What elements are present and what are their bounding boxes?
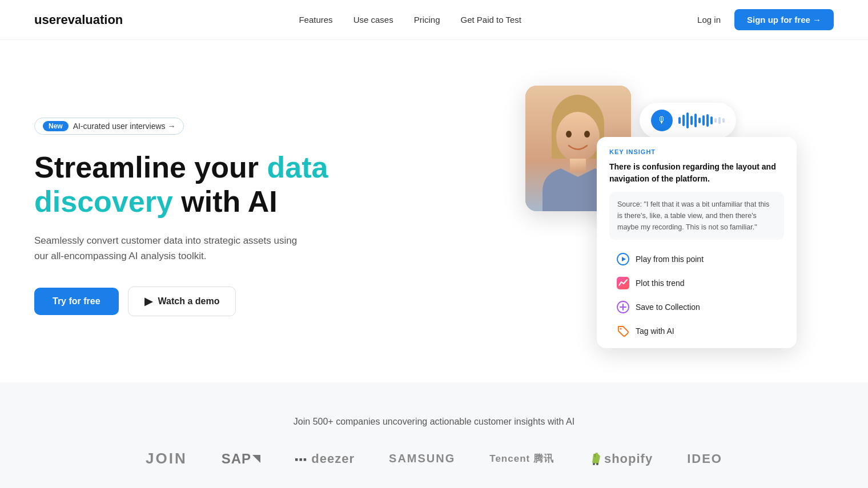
hero-badge[interactable]: New AI-curated user interviews →	[34, 118, 184, 135]
logo-shopify: shopify	[588, 451, 653, 466]
watch-demo-button[interactable]: ▶ Watch a demo	[128, 287, 236, 316]
svg-point-5	[584, 131, 590, 138]
tag-icon	[616, 325, 630, 337]
badge-new-label: New	[43, 121, 69, 131]
logo-ideo: IDEO	[687, 451, 722, 466]
nav-link-usecases[interactable]: Use cases	[353, 15, 393, 25]
action-save[interactable]: Save to Collection	[609, 296, 784, 318]
logo-sap: SAP	[222, 451, 260, 467]
hero-title-with-ai: with AI	[173, 185, 278, 218]
action-trend-label: Plot this trend	[636, 279, 685, 288]
svg-point-4	[566, 131, 572, 138]
logos-section: Join 500+ companies uncovering actionabl…	[0, 382, 868, 488]
trend-icon	[616, 277, 630, 289]
hero-left: New AI-curated user interviews → Streaml…	[34, 118, 328, 316]
logo-join: JOIN	[146, 450, 187, 467]
hero-title-highlight: data	[267, 151, 328, 184]
hero-illustration: 🎙 KEY INSIGHT There is confusion regardi…	[514, 86, 834, 348]
svg-rect-6	[570, 159, 586, 172]
mic-icon: 🎙	[651, 110, 673, 131]
action-play[interactable]: Play from this point	[609, 248, 784, 271]
hero-buttons: Try for free ▶ Watch a demo	[34, 287, 328, 316]
nav-actions: Log in Sign up for free →	[697, 9, 834, 30]
svg-point-14	[593, 463, 595, 465]
nav-links: Features Use cases Pricing Get Paid to T…	[299, 15, 521, 25]
audio-wave	[678, 112, 725, 128]
save-icon	[616, 301, 630, 313]
hero-title-discovery: discovery	[34, 185, 173, 218]
play-circle-icon: ▶	[144, 295, 152, 308]
svg-point-15	[596, 463, 598, 465]
hero-title-line1: Streamline your data	[34, 151, 328, 184]
nav-logo[interactable]: userevaluation	[34, 13, 123, 27]
logo-samsung: SAMSUNG	[389, 452, 455, 465]
svg-point-13	[620, 328, 622, 330]
nav-link-getpaid[interactable]: Get Paid to Test	[461, 15, 521, 25]
insight-card: KEY INSIGHT There is confusion regarding…	[597, 137, 797, 348]
source-text: Source: "I felt that it was a bit unfami…	[617, 199, 776, 233]
play-icon	[616, 253, 630, 265]
nav-login-button[interactable]: Log in	[697, 15, 721, 25]
logos-headline: Join 500+ companies uncovering actionabl…	[34, 417, 834, 427]
badge-text: AI-curated user interviews →	[73, 122, 176, 131]
hero-section: New AI-curated user interviews → Streaml…	[0, 40, 868, 382]
nav-link-pricing[interactable]: Pricing	[414, 15, 440, 25]
hero-title: Streamline your data discovery with AI	[34, 151, 328, 219]
insight-text: There is confusion regarding the layout …	[609, 161, 784, 185]
action-tag[interactable]: Tag with AI	[609, 320, 784, 342]
key-insight-label: KEY INSIGHT	[609, 148, 784, 155]
logo-tencent: Tencent 腾讯	[489, 452, 554, 465]
action-list: Play from this point Plot this trend	[609, 248, 784, 342]
action-play-label: Play from this point	[636, 255, 704, 264]
hero-subtitle: Seamlessly convert customer data into st…	[34, 233, 308, 264]
action-trend[interactable]: Plot this trend	[609, 272, 784, 295]
try-for-free-button[interactable]: Try for free	[34, 288, 119, 315]
action-tag-label: Tag with AI	[636, 326, 674, 336]
logos-row: JOIN SAP ▪▪▪ deezer SAMSUNG Tencent 腾讯 s…	[34, 450, 834, 467]
svg-marker-8	[622, 257, 626, 261]
navbar: userevaluation Features Use cases Pricin…	[0, 0, 868, 40]
nav-signup-button[interactable]: Sign up for free →	[734, 9, 834, 30]
watch-demo-label: Watch a demo	[158, 296, 220, 306]
source-block: Source: "I felt that it was a bit unfami…	[609, 192, 784, 240]
nav-link-features[interactable]: Features	[299, 15, 332, 25]
svg-point-3	[556, 112, 600, 162]
logo-deezer: ▪▪▪ deezer	[295, 451, 355, 466]
action-save-label: Save to Collection	[636, 303, 700, 312]
audio-bar: 🎙	[640, 103, 736, 138]
